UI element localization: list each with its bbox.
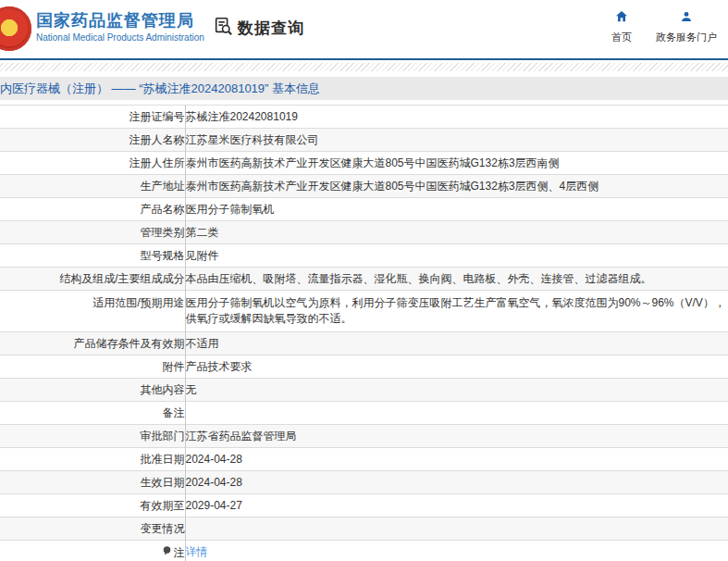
table-row: 其他内容 无 bbox=[0, 379, 728, 402]
table-row: 变更情况 bbox=[0, 517, 728, 541]
hatch-stripe bbox=[0, 63, 728, 71]
row-label: 审批部门 bbox=[0, 425, 185, 448]
row-value: 2024-04-28 bbox=[185, 448, 728, 471]
data-query-nav[interactable]: 数据查询 bbox=[213, 16, 304, 40]
row-label: 适用范围/预期用途 bbox=[0, 291, 185, 332]
table-row: 注册人住所 泰州市医药高新技术产业开发区健康大道805号中国医药城G132栋3层… bbox=[0, 152, 728, 175]
row-label: 备注 bbox=[0, 402, 185, 425]
table-row: 生效日期 2024-04-28 bbox=[0, 471, 728, 494]
table-row: 产品名称 医用分子筛制氧机 bbox=[0, 198, 728, 221]
row-value: 见附件 bbox=[185, 244, 728, 268]
row-value: 泰州市医药高新技术产业开发区健康大道805号中国医药城G132栋3层西南侧 bbox=[185, 152, 728, 175]
table-row: 生产地址 泰州市医药高新技术产业开发区健康大道805号中国医药城G132栋3层西… bbox=[0, 175, 728, 198]
row-label: 注册人住所 bbox=[0, 152, 185, 175]
row-value: 江苏星米医疗科技有限公司 bbox=[185, 129, 728, 152]
table-row: 备注 bbox=[0, 402, 728, 425]
row-label: 产品名称 bbox=[0, 198, 185, 221]
row-label: 注册人名称 bbox=[0, 129, 185, 152]
row-value: 江苏省药品监督管理局 bbox=[185, 425, 728, 448]
row-label: 注册证编号 bbox=[0, 106, 185, 129]
row-label: 结构及组成/主要组成成分 bbox=[0, 268, 185, 291]
table-row: 批准日期 2024-04-28 bbox=[0, 448, 728, 471]
row-label: 批准日期 bbox=[0, 448, 185, 471]
row-value: 2029-04-27 bbox=[185, 494, 728, 517]
note-icon bbox=[162, 545, 172, 560]
row-value: 不适用 bbox=[185, 332, 728, 355]
row-label: 变更情况 bbox=[0, 517, 185, 541]
site-header: 国家药品监督管理局 National Medical Products Admi… bbox=[0, 0, 728, 58]
nav-item-label: 首页 bbox=[611, 31, 632, 44]
row-label: 其他内容 bbox=[0, 379, 185, 402]
table-row: 结构及组成/主要组成成分 本品由压缩机、吸附塔、流量指示器、湿化瓶、换向阀、电路… bbox=[0, 268, 728, 291]
row-label: 管理类别 bbox=[0, 221, 185, 244]
table-row: 型号规格 见附件 bbox=[0, 244, 728, 268]
national-emblem-logo[interactable] bbox=[0, 6, 31, 51]
row-label: 产品储存条件及有效期 bbox=[0, 332, 185, 355]
nav-item-portal[interactable]: 政务服务门户 bbox=[656, 9, 717, 44]
row-value bbox=[185, 402, 728, 425]
table-row: 有效期至 2029-04-27 bbox=[0, 494, 728, 517]
row-value: 2024-04-28 bbox=[185, 471, 728, 494]
table-row: 注册证编号 苏械注准20242081019 bbox=[0, 106, 728, 129]
nav-item-label: 政务服务门户 bbox=[656, 31, 717, 44]
row-label: 生产地址 bbox=[0, 175, 185, 198]
table-row: 注 详情 bbox=[0, 541, 728, 561]
row-value: 泰州市医药高新技术产业开发区健康大道805号中国医药城G132栋3层西侧、4层西… bbox=[185, 175, 728, 198]
note-row-label: 注 bbox=[162, 545, 185, 560]
row-value: 第二类 bbox=[185, 221, 728, 244]
row-value: 医用分子筛制氧机以空气为原料，利用分子筛变压吸附工艺生产富氧空气，氧浓度范围为9… bbox=[185, 291, 728, 332]
row-value: 本品由压缩机、吸附塔、流量指示器、湿化瓶、换向阀、电路板、外壳、连接管、过滤器组… bbox=[185, 268, 728, 291]
nav-item-home[interactable]: 首页 bbox=[611, 9, 632, 44]
home-icon bbox=[614, 9, 629, 28]
table-row: 注册人名称 江苏星米医疗科技有限公司 bbox=[0, 129, 728, 152]
top-nav: 首页 政务服务门户 bbox=[611, 9, 717, 44]
table-row: 管理类别 第二类 bbox=[0, 221, 728, 244]
org-subtitle: National Medical Products Administration bbox=[36, 31, 204, 44]
org-title: 国家药品监督管理局 bbox=[36, 9, 204, 31]
row-value: 苏械注准20242081019 bbox=[185, 106, 728, 129]
row-value: 医用分子筛制氧机 bbox=[185, 198, 728, 221]
header-divider bbox=[0, 58, 728, 60]
table-row: 适用范围/预期用途 医用分子筛制氧机以空气为原料，利用分子筛变压吸附工艺生产富氧… bbox=[0, 291, 728, 332]
data-query-label: 数据查询 bbox=[238, 18, 304, 39]
table-row: 审批部门 江苏省药品监督管理局 bbox=[0, 425, 728, 448]
row-value bbox=[185, 517, 728, 541]
user-icon bbox=[679, 9, 694, 28]
site-logo[interactable]: 国家药品监督管理局 National Medical Products Admi… bbox=[36, 9, 204, 44]
details-link[interactable]: 详情 bbox=[186, 545, 208, 558]
row-label: 生效日期 bbox=[0, 471, 185, 494]
document-search-icon bbox=[213, 16, 233, 40]
registration-info-table: 注册证编号 苏械注准20242081019 注册人名称 江苏星米医疗科技有限公司… bbox=[0, 105, 728, 561]
row-value: 产品技术要求 bbox=[185, 355, 728, 379]
row-value: 无 bbox=[185, 379, 728, 402]
table-row: 附件 产品技术要求 bbox=[0, 355, 728, 379]
breadcrumb: 内医疗器械（注册） —— “苏械注准20242081019” 基本信息 bbox=[0, 77, 728, 100]
row-label: 附件 bbox=[0, 355, 185, 379]
row-label: 型号规格 bbox=[0, 244, 185, 268]
table-row: 产品储存条件及有效期 不适用 bbox=[0, 332, 728, 355]
row-label: 有效期至 bbox=[0, 494, 185, 517]
